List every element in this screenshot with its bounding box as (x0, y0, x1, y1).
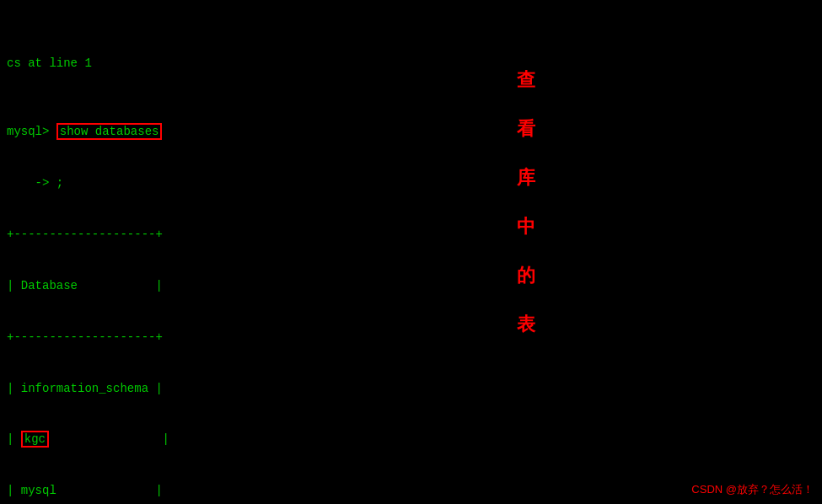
cmd-show-databases: show databases (56, 123, 163, 140)
db-kgc: kgc (21, 431, 49, 448)
annotation-ku: 库 (517, 165, 535, 190)
line-info-schema: | information_schema | (7, 380, 815, 397)
line-header: | Database | (7, 277, 815, 294)
line-arrow: -> ; (7, 174, 815, 191)
line-kgc: | kgc | (7, 431, 815, 448)
annotation-zhong: 中 (517, 214, 535, 239)
csdn-watermark: CSDN @放弃？怎么活！ (691, 482, 814, 497)
line-top: cs at line 1 (7, 55, 815, 72)
annotation-cha: 查 (517, 67, 535, 93)
line-sep-2: +--------------------+ (7, 329, 815, 346)
terminal-output: cs at line 1 mysql> show databases -> ; … (0, 0, 822, 504)
prompt-1: mysql> (7, 125, 56, 138)
line-sep-1: +--------------------+ (7, 226, 815, 243)
annotation-de: 的 (517, 263, 535, 288)
sidebar-annotations: 查 看 库 中 的 表 (517, 67, 535, 337)
line-show-databases: mysql> show databases (7, 123, 815, 140)
annotation-biao: 表 (517, 312, 535, 337)
annotation-kan: 看 (517, 116, 535, 142)
